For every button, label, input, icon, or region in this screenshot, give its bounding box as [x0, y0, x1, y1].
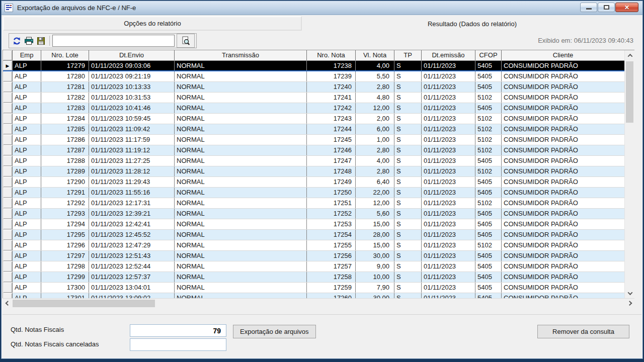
table-row[interactable]: ALP1730001/11/2023 13:04:01NORMAL172597,…	[3, 283, 624, 293]
table-row[interactable]: ALP1729501/11/2023 12:45:52NORMAL1725428…	[3, 230, 624, 240]
table-row[interactable]: ALP1729601/11/2023 12:47:29NORMAL1725515…	[3, 240, 624, 251]
cell-dt-envio: 01/11/2023 11:19:12	[89, 145, 174, 155]
horizontal-scrollbar[interactable]	[3, 298, 634, 308]
table-row[interactable]: ALP1728501/11/2023 11:09:42NORMAL172446,…	[3, 124, 624, 135]
remove-from-query-button[interactable]: Remover da consulta	[537, 325, 629, 338]
table-row[interactable]: ALP1729401/11/2023 12:42:41NORMAL1725315…	[3, 219, 624, 230]
cell-nro-lote: 17284	[41, 114, 89, 124]
titlebar[interactable]: Exportação de arquivos de NFC-e / NF-e ✕	[2, 1, 642, 15]
table-row[interactable]: ALP1729701/11/2023 12:51:43NORMAL1725630…	[3, 251, 624, 261]
horizontal-scroll-thumb[interactable]	[13, 300, 155, 307]
cell-dt-emissao: 01/11/2023	[421, 71, 475, 81]
cell-vl-nota: 2,00	[355, 114, 394, 124]
qtd-canceladas-field[interactable]	[130, 338, 226, 351]
column-header-vl-nota[interactable]: Vl. Nota	[355, 50, 394, 60]
cell-nro-nota: 17254	[306, 230, 355, 240]
table-row[interactable]: ALP1729801/11/2023 12:52:44NORMAL172579,…	[3, 261, 624, 272]
vertical-scrollbar[interactable]	[624, 50, 634, 298]
table-row[interactable]: ALP1729101/11/2023 11:55:16NORMAL1725022…	[3, 188, 624, 198]
cell-tp: S	[394, 156, 421, 166]
cell-vl-nota: 4,80	[355, 93, 394, 103]
table-row[interactable]: ALP1729001/11/2023 11:29:43NORMAL172496,…	[3, 177, 624, 188]
cell-cfop: 5405	[475, 61, 501, 70]
column-header-cliente[interactable]: Cliente	[501, 50, 624, 60]
print-button[interactable]	[23, 35, 35, 46]
cell-tp: S	[394, 114, 421, 124]
refresh-button[interactable]	[11, 35, 23, 46]
scroll-left-button[interactable]	[3, 299, 13, 309]
cell-transmissao: NORMAL	[174, 93, 306, 103]
column-header-nro-lote[interactable]: Nro. Lote	[41, 50, 89, 60]
cell-cfop: 5405	[475, 230, 501, 240]
column-header-dt-envio[interactable]: Dt.Envio	[89, 50, 174, 60]
maximize-button[interactable]	[598, 3, 615, 12]
scroll-up-button[interactable]	[625, 50, 635, 60]
column-header-dt-emissao[interactable]: Dt.emissão	[421, 50, 475, 60]
cell-nro-nota: 17246	[306, 145, 355, 155]
cell-tp: S	[394, 103, 421, 113]
cell-nro-nota: 17259	[306, 283, 355, 293]
tab-opcoes-relatorio[interactable]: Opções do relatório	[3, 16, 302, 31]
table-row[interactable]: ALP1729301/11/2023 12:39:21NORMAL172525,…	[3, 209, 624, 219]
cell-vl-nota: 10,00	[355, 272, 394, 282]
table-row[interactable]: ALP1730101/11/2023 13:09:02NORMAL1726030…	[3, 293, 624, 298]
scroll-right-button[interactable]	[624, 299, 634, 309]
table-row[interactable]: ALP1728201/11/2023 10:31:53NORMAL172414,…	[3, 93, 624, 103]
close-button[interactable]: ✕	[615, 3, 638, 12]
column-header-transmissao[interactable]: Transmissão	[174, 50, 306, 60]
table-row[interactable]: ▶ALP1727901/11/2023 09:03:06NORMAL172384…	[3, 61, 624, 71]
column-header-cfop[interactable]: CFOP	[475, 50, 501, 60]
minimize-button[interactable]	[580, 3, 597, 12]
table-row[interactable]: ALP1728601/11/2023 11:17:59NORMAL172451,…	[3, 135, 624, 145]
vertical-scroll-thumb[interactable]	[626, 61, 633, 123]
cell-tp: S	[394, 261, 421, 272]
preview-report-button[interactable]	[177, 34, 195, 48]
window-controls: ✕	[580, 3, 638, 12]
cell-vl-nota: 28,00	[355, 230, 394, 240]
cell-cfop: 5405	[475, 293, 501, 298]
cell-nro-nota: 17248	[306, 166, 355, 176]
column-header-nro-nota[interactable]: Nro. Nota	[306, 50, 355, 60]
table-row[interactable]: ALP1729901/11/2023 12:57:37NORMAL1725810…	[3, 272, 624, 283]
table-row[interactable]: ALP1728901/11/2023 11:28:12NORMAL172482,…	[3, 166, 624, 177]
cell-nro-lote: 17285	[41, 124, 89, 134]
cell-cfop: 5102	[475, 166, 501, 176]
cell-nro-lote: 17298	[41, 261, 89, 272]
qtd-notas-field[interactable]	[130, 324, 226, 337]
print-icon	[24, 37, 34, 45]
cell-emp: ALP	[12, 188, 41, 198]
cell-cfop: 5405	[475, 188, 501, 198]
column-header-tp[interactable]: TP	[394, 50, 421, 60]
save-button[interactable]	[35, 35, 47, 46]
scroll-down-button[interactable]	[625, 288, 635, 298]
table-row[interactable]: ALP1728101/11/2023 10:13:33NORMAL172402,…	[3, 82, 624, 93]
export-files-button[interactable]: Exportação de arquivos	[233, 325, 316, 338]
preview-search-icon	[181, 36, 190, 46]
cell-transmissao: NORMAL	[174, 198, 306, 208]
cell-cfop: 5102	[475, 240, 501, 250]
table-row[interactable]: ALP1728001/11/2023 09:21:19NORMAL172395,…	[3, 71, 624, 82]
cell-dt-envio: 01/11/2023 11:27:25	[89, 156, 174, 166]
cell-dt-emissao: 01/11/2023	[421, 240, 475, 250]
cell-emp: ALP	[12, 209, 41, 219]
cell-emp: ALP	[12, 124, 41, 134]
cell-vl-nota: 6,40	[355, 177, 394, 187]
cell-nro-nota: 17249	[306, 177, 355, 187]
column-header-emp[interactable]: Emp	[12, 50, 41, 60]
cell-cliente: CONSUMIDOR PADRÃO	[501, 293, 624, 298]
table-row[interactable]: ALP1729201/11/2023 12:17:31NORMAL1725112…	[3, 198, 624, 209]
app-window: Exportação de arquivos de NFC-e / NF-e ✕…	[1, 1, 643, 359]
cell-vl-nota: 15,00	[355, 219, 394, 229]
cell-emp: ALP	[12, 219, 41, 229]
table-row[interactable]: ALP1728801/11/2023 11:27:25NORMAL172474,…	[3, 156, 624, 166]
table-row[interactable]: ALP1728701/11/2023 11:19:12NORMAL172462,…	[3, 145, 624, 156]
cell-vl-nota: 30,00	[355, 293, 394, 298]
search-input[interactable]	[52, 35, 175, 47]
cell-cfop: 5405	[475, 71, 501, 81]
cell-dt-emissao: 01/11/2023	[421, 293, 475, 298]
cell-transmissao: NORMAL	[174, 219, 306, 229]
table-row[interactable]: ALP1728401/11/2023 10:59:45NORMAL172432,…	[3, 114, 624, 124]
tab-resultado[interactable]: Resultado (Dados do relatório)	[302, 15, 642, 32]
table-row[interactable]: ALP1728301/11/2023 10:41:46NORMAL1724212…	[3, 103, 624, 114]
cell-emp: ALP	[12, 145, 41, 155]
